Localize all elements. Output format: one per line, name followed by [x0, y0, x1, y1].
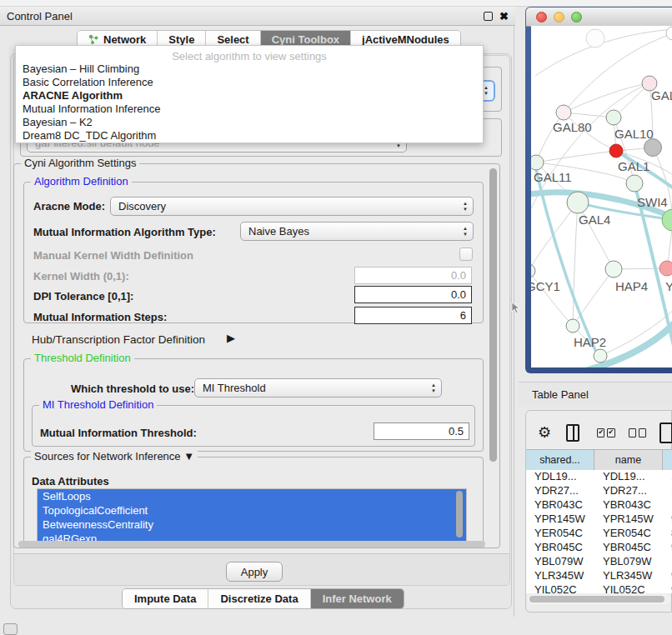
float-window-icon[interactable] [484, 12, 493, 21]
manual-kernel-checkbox[interactable] [459, 248, 473, 261]
screenshot-root: { "window": { "title": "Control Panel" }… [0, 0, 672, 635]
settings-vertical-scrollbar[interactable] [489, 168, 497, 462]
algorithm-option[interactable]: Dream8 DC_TDC Algorithm [16, 129, 483, 142]
unchecked-checkbox-icon[interactable] [639, 428, 646, 438]
network-node[interactable] [567, 192, 589, 213]
table-row[interactable]: YBL079WYBL079W [526, 555, 672, 569]
algorithm-definition-title: Algorithm Definition [31, 175, 132, 188]
algorithm-option[interactable]: Basic Correlation Inference [16, 76, 483, 89]
apply-button[interactable]: Apply [226, 562, 283, 582]
table-column-header[interactable] [663, 450, 672, 470]
table-cell: 12 [663, 484, 672, 498]
network-canvas[interactable]: GALGAL80GAL10GAL1GAL11SWI4GAL4GCY1HAP4YH… [531, 26, 672, 368]
table-row[interactable]: YPR145WYPR145W9. [526, 512, 672, 527]
dpi-tolerance-input[interactable]: 0.0 [354, 286, 472, 303]
tab-discretize-data[interactable]: Discretize Data [208, 589, 310, 608]
expand-arrow-icon[interactable]: ▶ [227, 332, 235, 344]
table-row[interactable]: YBR043CYBR043C [526, 498, 672, 512]
mi-type-combo[interactable]: Naive Bayes ▲▼ [240, 222, 474, 241]
control-panel-title: Control Panel [7, 10, 73, 22]
table-hscroll-thumb[interactable] [529, 596, 664, 602]
node-label: GAL11 [534, 170, 572, 184]
table-cell: YPR145W [594, 512, 663, 527]
table-row[interactable]: YER054CYER054C8. [526, 527, 672, 541]
close-traffic-light-icon[interactable] [536, 12, 547, 22]
checked-checkbox-icon[interactable]: ✔ [607, 428, 614, 438]
attributes-list-scrollbar[interactable] [456, 491, 463, 538]
network-node[interactable] [586, 29, 604, 48]
table-header: shared...name [526, 449, 672, 471]
attribute-item[interactable]: BetweennessCentrality [38, 518, 466, 532]
document-icon[interactable] [659, 422, 672, 443]
table-horizontal-scrollbar[interactable] [528, 594, 671, 604]
network-window-titlebar[interactable] [526, 8, 672, 27]
control-panel-titlebar: Control Panel ✖ [0, 7, 515, 26]
network-node[interactable] [531, 264, 535, 278]
tab-infer-network[interactable]: Infer Network [311, 589, 404, 608]
unchecked-checkbox-icon[interactable] [629, 428, 636, 438]
columns-icon[interactable] [566, 424, 579, 442]
algorithm-option[interactable]: Mutual Information Inference [16, 102, 483, 116]
attribute-item[interactable]: SelfLoops [38, 489, 466, 503]
table-cell: YBL079W [594, 555, 663, 569]
algorithm-option[interactable]: Bayesian – Hill Climbing [16, 62, 483, 76]
network-node[interactable] [531, 155, 544, 170]
checked-checkbox-icon[interactable]: ✔ [597, 428, 604, 438]
gear-icon[interactable]: ⚙ [538, 423, 551, 442]
table-cell: YIL052C [526, 583, 594, 593]
panel-dock-icon[interactable] [3, 623, 18, 635]
table-cell: YBL079W [526, 555, 594, 569]
table-row[interactable]: YDL19...YDL19...13 [526, 470, 672, 484]
zoom-traffic-light-icon[interactable] [571, 12, 582, 22]
kernel-width-label: Kernel Width (0,1): [33, 270, 129, 282]
network-node[interactable] [626, 175, 643, 192]
collapse-arrow-icon[interactable]: ▼ [183, 450, 194, 462]
network-node[interactable] [609, 144, 623, 158]
table-cell: YLR345W [594, 569, 663, 583]
tab-impute-data[interactable]: Impute Data [123, 589, 208, 608]
network-node[interactable] [659, 261, 672, 276]
hub-definition-label[interactable]: Hub/Transcription Factor Definition [32, 333, 205, 346]
network-node[interactable] [594, 349, 607, 362]
network-node[interactable] [644, 139, 662, 157]
table-cell: YER054C [526, 527, 594, 541]
network-node[interactable] [605, 261, 622, 278]
network-node[interactable] [606, 110, 621, 125]
data-attributes-list[interactable]: SelfLoops TopologicalCoefficient Between… [37, 488, 467, 548]
node-label: GAL1 [618, 159, 649, 173]
network-node[interactable] [556, 105, 571, 120]
mi-threshold-input[interactable]: 0.5 [374, 422, 469, 440]
sources-title: Sources for Network Inference ▼ [31, 450, 198, 462]
which-threshold-combo[interactable]: MI Threshold ▲▼ [194, 378, 442, 398]
algorithm-option[interactable]: Bayesian – K2 [16, 116, 483, 129]
aracne-mode-combo[interactable]: Discovery ▲▼ [110, 197, 474, 216]
kernel-width-input[interactable]: 0.0 [354, 267, 472, 284]
table-panel-titlebar: Table Panel [519, 382, 672, 407]
table-row[interactable]: YBR045CYBR045C9. [526, 541, 672, 555]
algorithm-option-selected[interactable]: ARACNE Algorithm [16, 89, 483, 102]
table-row[interactable]: YIL052CYIL052C9. [526, 583, 672, 593]
table-column-header[interactable]: shared... [526, 450, 594, 470]
network-node[interactable] [666, 27, 672, 40]
table-cell: YIL052C [594, 583, 663, 593]
table-row[interactable]: YDR27...YDR27...12 [526, 484, 672, 498]
combo-arrows-icon: ▲▼ [431, 382, 436, 394]
algorithm-dropdown: Select algorithm to view settings Bayesi… [15, 45, 484, 143]
table-cell: YDL19... [526, 470, 594, 484]
settings-horizontal-scrollbar[interactable] [18, 541, 485, 548]
table-cell: YBR043C [526, 498, 594, 512]
table-row[interactable]: YLR345WYLR345W9. [526, 569, 672, 583]
combo-arrows-icon: ▲▼ [484, 85, 489, 97]
network-icon [88, 34, 99, 45]
table-column-header[interactable]: name [594, 450, 663, 470]
network-node[interactable] [566, 319, 579, 332]
table-cell [663, 498, 672, 512]
mi-steps-input[interactable]: 6 [354, 307, 472, 324]
table-cell [663, 555, 672, 569]
minimize-traffic-light-icon[interactable] [554, 12, 564, 22]
table-body: YDL19...YDL19...13YDR27...YDR27...12YBR0… [526, 470, 672, 593]
table-cell: YPR145W [526, 512, 594, 527]
close-window-icon[interactable]: ✖ [499, 12, 509, 20]
mi-threshold-title: MI Threshold Definition [39, 398, 157, 411]
attribute-item[interactable]: TopologicalCoefficient [38, 503, 466, 518]
